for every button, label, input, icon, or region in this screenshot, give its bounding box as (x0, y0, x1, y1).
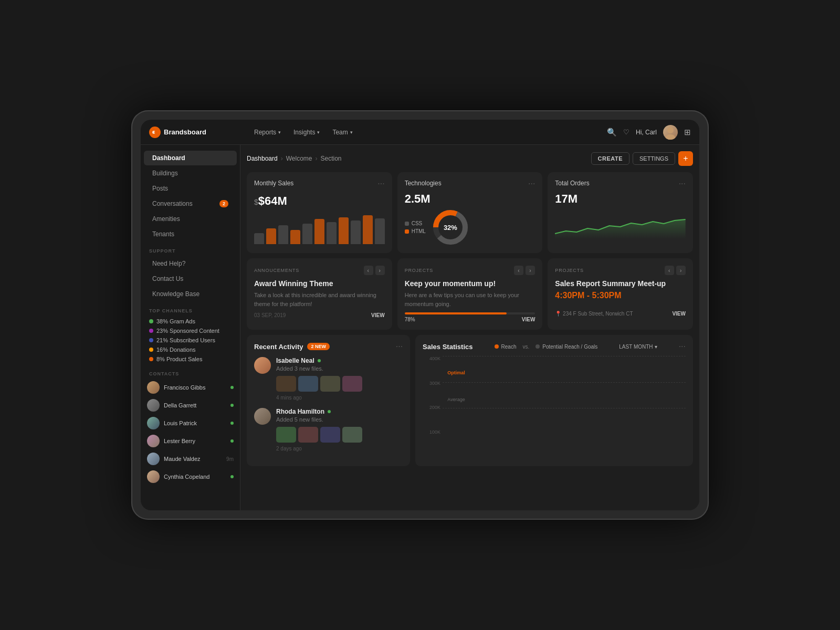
period-selector[interactable]: LAST MONTH ▾ (619, 344, 657, 350)
projects1-tag: PROJECTS ‹ › (405, 266, 536, 275)
sidebar-item-contact-us[interactable]: Contact Us (144, 271, 237, 286)
orders-menu[interactable]: ··· (679, 180, 686, 188)
notification-icon[interactable]: ♡ (623, 128, 629, 136)
top-navigation: Brandsboard Reports ▾ Insights ▾ Team ▾ … (141, 120, 699, 145)
bars-container (443, 356, 686, 435)
sales-statistics-card: Sales Statistics Reach vs. Potential Rea… (415, 335, 693, 466)
tech-value: 2.5M (405, 192, 536, 206)
projects1-percent: 78% (405, 317, 415, 322)
channel-sponsored[interactable]: 23% Sponsored Content (146, 326, 235, 335)
announcement-view-btn[interactable]: VIEW (371, 312, 385, 318)
avatar[interactable] (663, 125, 678, 140)
nav-insights[interactable]: Insights ▾ (288, 125, 325, 139)
svg-point-1 (154, 131, 158, 134)
isabelle-name: Isabelle Neal (276, 357, 403, 364)
activity-menu[interactable]: ··· (396, 342, 403, 351)
bar-2 (266, 228, 276, 244)
isabelle-desc: Added 3 new files. (276, 365, 403, 372)
stats-title: Sales Statistics (423, 343, 472, 351)
contact-della[interactable]: Della Garrett (141, 396, 240, 414)
breadcrumb-welcome: Welcome (286, 155, 312, 162)
bar-4 (290, 230, 300, 244)
contact-cynthia[interactable]: Cynthia Copeland (141, 468, 240, 486)
stats-menu[interactable]: ··· (679, 342, 686, 351)
announcement-prev[interactable]: ‹ (364, 266, 373, 275)
monthly-sales-chart (254, 213, 385, 244)
recent-activity-card: Recent Activity 2 NEW ··· Isabelle Neal (247, 335, 410, 466)
channel-product-sales[interactable]: 8% Product Sales (146, 354, 235, 364)
contact-francisco[interactable]: Francisco Gibbs (141, 379, 240, 396)
plus-button[interactable]: + (678, 151, 693, 166)
vs-label: vs. (522, 344, 529, 350)
projects1-title: Keep your momentum up! (405, 279, 536, 288)
conversations-badge: 2 (219, 200, 228, 207)
sidebar-item-tenants[interactable]: Tenants (144, 227, 237, 242)
sidebar-item-dashboard[interactable]: Dashboard (144, 151, 237, 165)
html-dot (405, 229, 409, 234)
greeting-text: Hi, Carl (636, 129, 657, 136)
create-button[interactable]: CREATE (591, 152, 629, 165)
thumb-5 (276, 427, 296, 443)
announcement-next[interactable]: › (375, 266, 385, 275)
projects2-view-btn[interactable]: VIEW (672, 311, 686, 317)
reach-dot (495, 344, 499, 349)
monthly-sales-menu[interactable]: ··· (377, 180, 384, 188)
bar-10 (363, 215, 373, 244)
isabelle-thumbs (276, 376, 403, 392)
grid-icon[interactable]: ⊞ (684, 128, 691, 137)
contact-avatar-della (147, 399, 160, 412)
contact-maude[interactable]: Maude Valdez 9m (141, 450, 240, 468)
breadcrumb-sep2: › (316, 155, 318, 162)
sidebar-item-need-help[interactable]: Need Help? (144, 256, 237, 271)
sidebar-item-posts[interactable]: Posts (144, 181, 237, 196)
projects1-prev[interactable]: ‹ (514, 266, 523, 275)
channel-subscribed[interactable]: 21% Subscribed Users (146, 335, 235, 345)
legend-css: CSS (405, 220, 426, 226)
activity-item-1: Isabelle Neal Added 3 new files. (254, 357, 403, 401)
announcement-nav: ‹ › (364, 266, 385, 275)
brand-logo: Brandsboard (149, 127, 249, 138)
isabelle-online (318, 359, 321, 362)
contact-lester[interactable]: Lester Berry (141, 432, 240, 450)
breadcrumb: Dashboard › Welcome › Section (247, 155, 342, 162)
channel-gram-ads[interactable]: 38% Gram Ads (146, 317, 235, 326)
tech-header: Technologies ··· (405, 180, 536, 188)
sidebar: Dashboard Buildings Posts Conversations … (141, 145, 240, 510)
breadcrumb-actions: CREATE SETTINGS + (591, 151, 693, 166)
activity-title: Recent Activity (254, 343, 303, 351)
projects2-prev[interactable]: ‹ (665, 266, 674, 275)
sidebar-item-knowledge-base[interactable]: Knowledge Base (144, 287, 237, 301)
projects1-progress-bar (405, 312, 536, 314)
contact-avatar-maude (147, 453, 160, 465)
sidebar-item-conversations[interactable]: Conversations 2 (144, 196, 237, 211)
y-axis: 400K 300K 200K 100K (423, 356, 440, 435)
projects1-view-btn[interactable]: VIEW (522, 317, 536, 322)
projects1-next[interactable]: › (526, 266, 535, 275)
main-layout: Dashboard Buildings Posts Conversations … (141, 145, 699, 510)
sidebar-item-buildings[interactable]: Buildings (144, 166, 237, 181)
projects1-body: Here are a few tips you can use to keep … (405, 291, 536, 308)
tech-menu[interactable]: ··· (528, 180, 535, 188)
content-area: Dashboard › Welcome › Section CREATE SET… (240, 145, 699, 510)
online-indicator (230, 422, 234, 425)
contact-louis[interactable]: Louis Patrick (141, 414, 240, 432)
announcement-title: Award Winning Theme (254, 279, 385, 288)
technologies-card: Technologies ··· 2.5M CSS (397, 172, 543, 253)
sidebar-item-amenities[interactable]: Amenities (144, 212, 237, 226)
svg-point-3 (666, 134, 675, 140)
css-dot (405, 222, 409, 226)
svg-point-2 (667, 127, 674, 133)
search-icon[interactable]: 🔍 (607, 128, 617, 137)
channel-donations[interactable]: 16% Donations (146, 345, 235, 354)
projects2-next[interactable]: › (676, 266, 686, 275)
thumb-3 (320, 376, 340, 392)
nav-reports[interactable]: Reports ▾ (249, 125, 286, 139)
announcement-footer: 03 SEP, 2019 VIEW (254, 312, 385, 318)
bar-9 (351, 220, 361, 244)
nav-team[interactable]: Team ▾ (327, 125, 358, 139)
average-label: Average (447, 397, 465, 402)
subscribed-dot (149, 338, 153, 342)
nav-right: 🔍 ♡ Hi, Carl ⊞ (607, 125, 691, 140)
isabelle-info: Isabelle Neal Added 3 new files. (276, 357, 403, 401)
settings-button[interactable]: SETTINGS (633, 152, 675, 165)
